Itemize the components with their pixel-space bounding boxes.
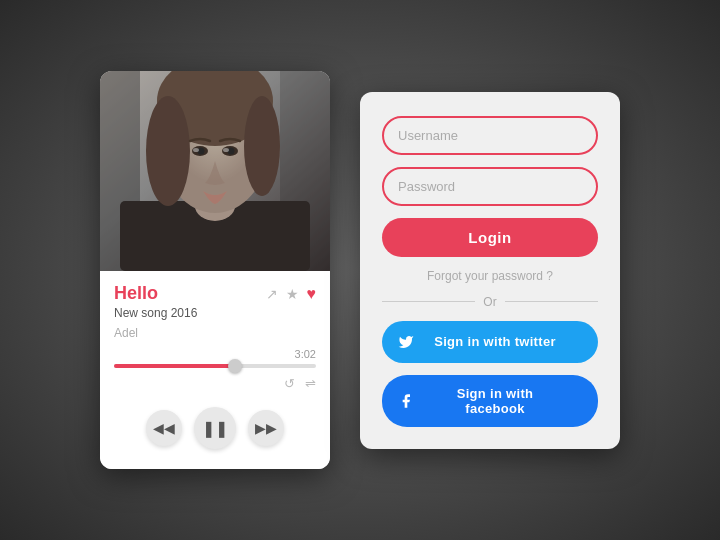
or-label: Or xyxy=(483,295,496,309)
facebook-icon xyxy=(396,391,416,411)
or-divider: Or xyxy=(382,295,598,309)
progress-row: 3:02 xyxy=(114,348,316,360)
playback-controls: ◀◀ ❚❚ ▶▶ xyxy=(114,399,316,461)
next-button[interactable]: ▶▶ xyxy=(248,410,284,446)
or-line-left xyxy=(382,301,475,302)
progress-thumb xyxy=(228,359,242,373)
pause-button[interactable]: ❚❚ xyxy=(194,407,236,449)
twitter-signin-button[interactable]: Sign in with twitter xyxy=(382,321,598,363)
share-icon[interactable]: ↗ xyxy=(266,286,278,302)
forgot-password-link[interactable]: Forgot your password ? xyxy=(382,269,598,283)
music-card: Hello ↗ ★ ♥ New song 2016 Adel 3:02 ↺ ⇌ … xyxy=(100,71,330,469)
login-card: Login Forgot your password ? Or Sign in … xyxy=(360,92,620,449)
song-title: Hello xyxy=(114,283,158,304)
heart-icon[interactable]: ♥ xyxy=(307,285,317,303)
or-line-right xyxy=(505,301,598,302)
time-label: 3:02 xyxy=(295,348,316,360)
shuffle-icon[interactable]: ⇌ xyxy=(305,376,316,391)
prev-button[interactable]: ◀◀ xyxy=(146,410,182,446)
svg-rect-15 xyxy=(100,71,330,271)
progress-bar[interactable] xyxy=(114,364,316,368)
song-subtitle: New song 2016 xyxy=(114,306,316,320)
facebook-label: Sign in with facebook xyxy=(426,386,564,416)
login-button[interactable]: Login xyxy=(382,218,598,257)
facebook-signin-button[interactable]: Sign in with facebook xyxy=(382,375,598,427)
artist-name: Adel xyxy=(114,326,316,340)
progress-fill xyxy=(114,364,235,368)
password-input[interactable] xyxy=(382,167,598,206)
star-icon[interactable]: ★ xyxy=(286,286,299,302)
extra-controls: ↺ ⇌ xyxy=(114,376,316,391)
card-title-row: Hello ↗ ★ ♥ xyxy=(114,283,316,304)
twitter-label: Sign in with twitter xyxy=(426,334,564,349)
repeat-icon[interactable]: ↺ xyxy=(284,376,295,391)
username-input[interactable] xyxy=(382,116,598,155)
card-icons: ↗ ★ ♥ xyxy=(266,285,317,303)
album-art xyxy=(100,71,330,271)
card-info: Hello ↗ ★ ♥ New song 2016 Adel 3:02 ↺ ⇌ … xyxy=(100,271,330,469)
twitter-icon xyxy=(396,332,416,352)
album-art-svg xyxy=(100,71,330,271)
